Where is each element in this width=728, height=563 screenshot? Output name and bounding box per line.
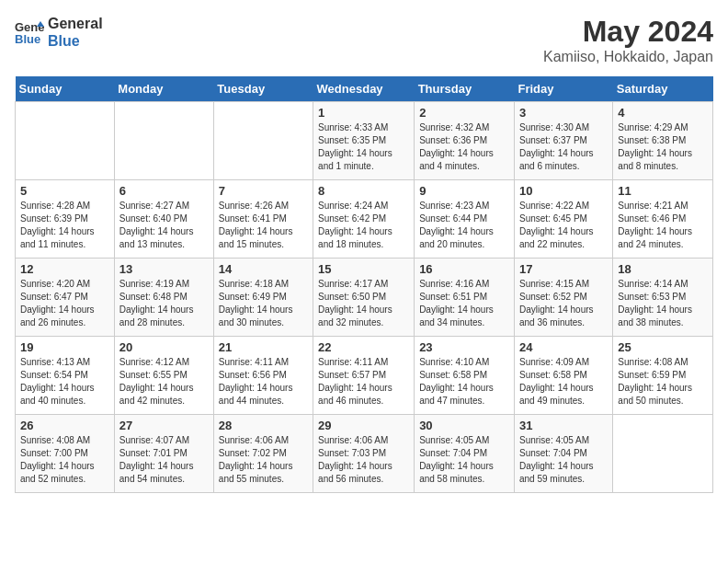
- calendar-cell: 3Sunrise: 4:30 AM Sunset: 6:37 PM Daylig…: [514, 102, 612, 180]
- day-number: 16: [419, 262, 509, 276]
- calendar-cell: 9Sunrise: 4:23 AM Sunset: 6:44 PM Daylig…: [415, 180, 515, 259]
- day-number: 28: [219, 419, 308, 432]
- title-block: May 2024 Kamiiso, Hokkaido, Japan: [543, 15, 713, 65]
- cell-content: Sunrise: 4:14 AM Sunset: 6:53 PM Dayligh…: [618, 278, 708, 329]
- calendar-cell: 5Sunrise: 4:28 AM Sunset: 6:39 PM Daylig…: [16, 180, 115, 259]
- week-row-4: 19Sunrise: 4:13 AM Sunset: 6:54 PM Dayli…: [16, 337, 713, 415]
- logo-line2: Blue: [48, 32, 103, 50]
- calendar-cell: [16, 102, 115, 180]
- day-number: 18: [618, 262, 708, 276]
- day-number: 29: [318, 419, 409, 432]
- day-number: 1: [318, 106, 409, 120]
- calendar-table: SundayMondayTuesdayWednesdayThursdayFrid…: [15, 76, 713, 493]
- cell-content: Sunrise: 4:26 AM Sunset: 6:41 PM Dayligh…: [219, 200, 308, 251]
- calendar-cell: 14Sunrise: 4:18 AM Sunset: 6:49 PM Dayli…: [213, 259, 313, 337]
- cell-content: Sunrise: 4:33 AM Sunset: 6:35 PM Dayligh…: [318, 121, 409, 173]
- day-number: 23: [419, 340, 509, 354]
- week-row-2: 5Sunrise: 4:28 AM Sunset: 6:39 PM Daylig…: [16, 180, 713, 259]
- cell-content: Sunrise: 4:21 AM Sunset: 6:46 PM Dayligh…: [618, 200, 708, 251]
- week-row-1: 1Sunrise: 4:33 AM Sunset: 6:35 PM Daylig…: [16, 102, 713, 180]
- calendar-cell: 23Sunrise: 4:10 AM Sunset: 6:58 PM Dayli…: [415, 337, 515, 415]
- cell-content: Sunrise: 4:19 AM Sunset: 6:48 PM Dayligh…: [119, 278, 209, 329]
- calendar-cell: 26Sunrise: 4:08 AM Sunset: 7:00 PM Dayli…: [16, 415, 115, 493]
- calendar-cell: 17Sunrise: 4:15 AM Sunset: 6:52 PM Dayli…: [514, 259, 612, 337]
- calendar-cell: [213, 102, 313, 180]
- day-number: 6: [119, 184, 209, 198]
- calendar-cell: 28Sunrise: 4:06 AM Sunset: 7:02 PM Dayli…: [213, 415, 313, 493]
- cell-content: Sunrise: 4:05 AM Sunset: 7:04 PM Dayligh…: [419, 434, 509, 486]
- day-number: 9: [419, 184, 509, 198]
- week-row-3: 12Sunrise: 4:20 AM Sunset: 6:47 PM Dayli…: [16, 259, 713, 337]
- calendar-cell: 1Sunrise: 4:33 AM Sunset: 6:35 PM Daylig…: [313, 102, 415, 180]
- cell-content: Sunrise: 4:13 AM Sunset: 6:54 PM Dayligh…: [20, 356, 109, 408]
- day-number: 10: [519, 184, 608, 198]
- calendar-cell: 22Sunrise: 4:11 AM Sunset: 6:57 PM Dayli…: [313, 337, 415, 415]
- day-number: 30: [419, 419, 509, 432]
- col-header-tuesday: Tuesday: [213, 76, 313, 102]
- day-number: 26: [20, 419, 109, 432]
- calendar-cell: 2Sunrise: 4:32 AM Sunset: 6:36 PM Daylig…: [415, 102, 515, 180]
- calendar-cell: 24Sunrise: 4:09 AM Sunset: 6:58 PM Dayli…: [514, 337, 612, 415]
- col-header-saturday: Saturday: [613, 76, 713, 102]
- calendar-cell: 13Sunrise: 4:19 AM Sunset: 6:48 PM Dayli…: [114, 259, 213, 337]
- calendar-cell: 4Sunrise: 4:29 AM Sunset: 6:38 PM Daylig…: [613, 102, 713, 180]
- calendar-cell: 19Sunrise: 4:13 AM Sunset: 6:54 PM Dayli…: [16, 337, 115, 415]
- col-header-thursday: Thursday: [415, 76, 515, 102]
- cell-content: Sunrise: 4:30 AM Sunset: 6:37 PM Dayligh…: [519, 121, 608, 173]
- cell-content: Sunrise: 4:15 AM Sunset: 6:52 PM Dayligh…: [519, 278, 608, 329]
- day-number: 17: [519, 262, 608, 276]
- subtitle: Kamiiso, Hokkaido, Japan: [543, 49, 713, 65]
- svg-text:Blue: Blue: [15, 32, 40, 45]
- col-header-wednesday: Wednesday: [313, 76, 415, 102]
- calendar-cell: 21Sunrise: 4:11 AM Sunset: 6:56 PM Dayli…: [213, 337, 313, 415]
- cell-content: Sunrise: 4:06 AM Sunset: 7:02 PM Dayligh…: [219, 434, 308, 486]
- calendar-cell: [613, 415, 713, 493]
- cell-content: Sunrise: 4:22 AM Sunset: 6:45 PM Dayligh…: [519, 200, 608, 251]
- calendar-cell: 7Sunrise: 4:26 AM Sunset: 6:41 PM Daylig…: [213, 180, 313, 259]
- cell-content: Sunrise: 4:09 AM Sunset: 6:58 PM Dayligh…: [519, 356, 608, 408]
- cell-content: Sunrise: 4:11 AM Sunset: 6:57 PM Dayligh…: [318, 356, 409, 408]
- calendar-cell: 18Sunrise: 4:14 AM Sunset: 6:53 PM Dayli…: [613, 259, 713, 337]
- day-number: 27: [119, 419, 209, 432]
- cell-content: Sunrise: 4:10 AM Sunset: 6:58 PM Dayligh…: [419, 356, 509, 408]
- calendar-cell: 16Sunrise: 4:16 AM Sunset: 6:51 PM Dayli…: [415, 259, 515, 337]
- calendar-cell: 31Sunrise: 4:05 AM Sunset: 7:04 PM Dayli…: [514, 415, 612, 493]
- calendar-cell: 29Sunrise: 4:06 AM Sunset: 7:03 PM Dayli…: [313, 415, 415, 493]
- cell-content: Sunrise: 4:07 AM Sunset: 7:01 PM Dayligh…: [119, 434, 209, 486]
- day-number: 31: [519, 419, 608, 432]
- cell-content: Sunrise: 4:05 AM Sunset: 7:04 PM Dayligh…: [519, 434, 608, 486]
- calendar-cell: 20Sunrise: 4:12 AM Sunset: 6:55 PM Dayli…: [114, 337, 213, 415]
- logo-line1: General: [48, 15, 103, 32]
- calendar-cell: 6Sunrise: 4:27 AM Sunset: 6:40 PM Daylig…: [114, 180, 213, 259]
- day-number: 8: [318, 184, 409, 198]
- week-row-5: 26Sunrise: 4:08 AM Sunset: 7:00 PM Dayli…: [16, 415, 713, 493]
- day-number: 7: [219, 184, 308, 198]
- calendar-cell: 15Sunrise: 4:17 AM Sunset: 6:50 PM Dayli…: [313, 259, 415, 337]
- calendar-cell: 12Sunrise: 4:20 AM Sunset: 6:47 PM Dayli…: [16, 259, 115, 337]
- day-number: 12: [20, 262, 109, 276]
- logo-icon: General Blue: [15, 19, 44, 45]
- day-number: 4: [618, 106, 708, 120]
- day-number: 13: [119, 262, 209, 276]
- day-number: 21: [219, 340, 308, 354]
- calendar-cell: 27Sunrise: 4:07 AM Sunset: 7:01 PM Dayli…: [114, 415, 213, 493]
- cell-content: Sunrise: 4:28 AM Sunset: 6:39 PM Dayligh…: [20, 200, 109, 251]
- col-header-monday: Monday: [114, 76, 213, 102]
- cell-content: Sunrise: 4:08 AM Sunset: 7:00 PM Dayligh…: [20, 434, 109, 486]
- day-number: 24: [519, 340, 608, 354]
- day-number: 22: [318, 340, 409, 354]
- cell-content: Sunrise: 4:08 AM Sunset: 6:59 PM Dayligh…: [618, 356, 708, 408]
- cell-content: Sunrise: 4:23 AM Sunset: 6:44 PM Dayligh…: [419, 200, 509, 251]
- cell-content: Sunrise: 4:16 AM Sunset: 6:51 PM Dayligh…: [419, 278, 509, 329]
- day-number: 20: [119, 340, 209, 354]
- main-title: May 2024: [543, 15, 713, 49]
- cell-content: Sunrise: 4:18 AM Sunset: 6:49 PM Dayligh…: [219, 278, 308, 329]
- col-header-friday: Friday: [514, 76, 612, 102]
- day-number: 19: [20, 340, 109, 354]
- cell-content: Sunrise: 4:29 AM Sunset: 6:38 PM Dayligh…: [618, 121, 708, 173]
- col-header-sunday: Sunday: [16, 76, 115, 102]
- cell-content: Sunrise: 4:12 AM Sunset: 6:55 PM Dayligh…: [119, 356, 209, 408]
- day-number: 14: [219, 262, 308, 276]
- header-row: SundayMondayTuesdayWednesdayThursdayFrid…: [16, 76, 713, 102]
- calendar-cell: [114, 102, 213, 180]
